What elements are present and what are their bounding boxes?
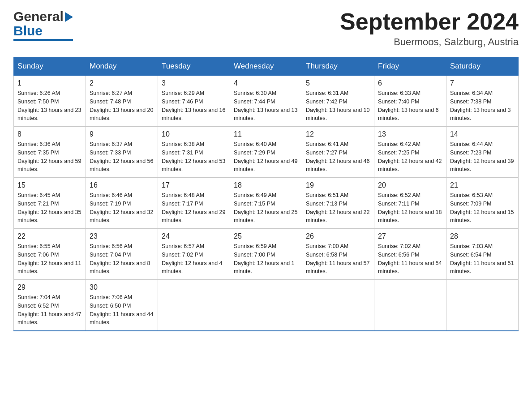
day-number: 1 — [17, 79, 82, 87]
day-info: Sunrise: 6:37 AMSunset: 7:33 PMDaylight:… — [90, 140, 154, 174]
logo-triangle-icon — [65, 12, 73, 22]
day-info: Sunrise: 6:42 AMSunset: 7:25 PMDaylight:… — [378, 140, 442, 174]
week-row-2: 15 Sunrise: 6:45 AMSunset: 7:21 PMDaylig… — [14, 178, 519, 229]
calendar-table: SundayMondayTuesdayWednesdayThursdayFrid… — [13, 57, 519, 331]
day-number: 29 — [17, 283, 82, 291]
day-number: 21 — [450, 181, 515, 189]
calendar-cell: 21 Sunrise: 6:53 AMSunset: 7:09 PMDaylig… — [446, 178, 519, 229]
calendar-cell: 7 Sunrise: 6:34 AMSunset: 7:38 PMDayligh… — [446, 76, 519, 127]
day-info: Sunrise: 6:45 AMSunset: 7:21 PMDaylight:… — [17, 191, 82, 225]
calendar-cell: 20 Sunrise: 6:52 AMSunset: 7:11 PMDaylig… — [374, 178, 446, 229]
day-number: 12 — [306, 130, 370, 138]
day-number: 9 — [90, 130, 154, 138]
day-info: Sunrise: 6:34 AMSunset: 7:38 PMDaylight:… — [450, 89, 515, 123]
day-info: Sunrise: 7:02 AMSunset: 6:56 PMDaylight:… — [378, 242, 442, 276]
calendar-cell: 15 Sunrise: 6:45 AMSunset: 7:21 PMDaylig… — [14, 178, 86, 229]
calendar-cell: 1 Sunrise: 6:26 AMSunset: 7:50 PMDayligh… — [14, 76, 86, 127]
header-wednesday: Wednesday — [230, 57, 302, 76]
day-info: Sunrise: 6:51 AMSunset: 7:13 PMDaylight:… — [306, 191, 370, 225]
day-number: 10 — [162, 130, 226, 138]
calendar-cell: 5 Sunrise: 6:31 AMSunset: 7:42 PMDayligh… — [302, 76, 374, 127]
day-number: 22 — [17, 232, 82, 240]
day-info: Sunrise: 6:55 AMSunset: 7:06 PMDaylight:… — [17, 242, 82, 276]
day-number: 7 — [450, 79, 515, 87]
day-info: Sunrise: 6:41 AMSunset: 7:27 PMDaylight:… — [306, 140, 370, 174]
day-info: Sunrise: 6:49 AMSunset: 7:15 PMDaylight:… — [234, 191, 298, 225]
day-number: 16 — [90, 181, 154, 189]
day-info: Sunrise: 7:03 AMSunset: 6:54 PMDaylight:… — [450, 242, 515, 276]
day-info: Sunrise: 6:56 AMSunset: 7:04 PMDaylight:… — [90, 242, 154, 276]
day-number: 15 — [17, 181, 82, 189]
header-saturday: Saturday — [446, 57, 519, 76]
day-info: Sunrise: 6:26 AMSunset: 7:50 PMDaylight:… — [17, 89, 82, 123]
day-info: Sunrise: 6:44 AMSunset: 7:23 PMDaylight:… — [450, 140, 515, 174]
day-number: 27 — [378, 232, 442, 240]
calendar-cell: 6 Sunrise: 6:33 AMSunset: 7:40 PMDayligh… — [374, 76, 446, 127]
calendar-cell: 2 Sunrise: 6:27 AMSunset: 7:48 PMDayligh… — [86, 76, 158, 127]
logo-general: General — [13, 9, 64, 24]
page-header: General Blue September 2024 Buermoos, Sa… — [13, 9, 519, 48]
week-row-0: 1 Sunrise: 6:26 AMSunset: 7:50 PMDayligh… — [14, 76, 519, 127]
calendar-cell: 4 Sunrise: 6:30 AMSunset: 7:44 PMDayligh… — [230, 76, 302, 127]
day-number: 8 — [17, 130, 82, 138]
header-friday: Friday — [374, 57, 446, 76]
calendar-cell: 19 Sunrise: 6:51 AMSunset: 7:13 PMDaylig… — [302, 178, 374, 229]
week-row-4: 29 Sunrise: 7:04 AMSunset: 6:52 PMDaylig… — [14, 280, 519, 331]
calendar-cell: 16 Sunrise: 6:46 AMSunset: 7:19 PMDaylig… — [86, 178, 158, 229]
calendar-cell: 23 Sunrise: 6:56 AMSunset: 7:04 PMDaylig… — [86, 229, 158, 280]
calendar-cell: 27 Sunrise: 7:02 AMSunset: 6:56 PMDaylig… — [374, 229, 446, 280]
day-info: Sunrise: 6:38 AMSunset: 7:31 PMDaylight:… — [162, 140, 226, 174]
day-number: 4 — [234, 79, 298, 87]
calendar-cell: 12 Sunrise: 6:41 AMSunset: 7:27 PMDaylig… — [302, 127, 374, 178]
calendar-cell — [230, 280, 302, 331]
week-row-1: 8 Sunrise: 6:36 AMSunset: 7:35 PMDayligh… — [14, 127, 519, 178]
day-number: 11 — [234, 130, 298, 138]
calendar-cell: 26 Sunrise: 7:00 AMSunset: 6:58 PMDaylig… — [302, 229, 374, 280]
calendar-cell — [158, 280, 230, 331]
day-info: Sunrise: 6:36 AMSunset: 7:35 PMDaylight:… — [17, 140, 82, 174]
calendar-cell: 29 Sunrise: 7:04 AMSunset: 6:52 PMDaylig… — [14, 280, 86, 331]
calendar-header-row: SundayMondayTuesdayWednesdayThursdayFrid… — [14, 57, 519, 76]
calendar-cell: 17 Sunrise: 6:48 AMSunset: 7:17 PMDaylig… — [158, 178, 230, 229]
header-sunday: Sunday — [14, 57, 86, 76]
day-number: 18 — [234, 181, 298, 189]
logo-underline — [13, 39, 73, 41]
header-thursday: Thursday — [302, 57, 374, 76]
day-number: 5 — [306, 79, 370, 87]
day-number: 25 — [234, 232, 298, 240]
calendar-cell: 30 Sunrise: 7:06 AMSunset: 6:50 PMDaylig… — [86, 280, 158, 331]
calendar-cell: 9 Sunrise: 6:37 AMSunset: 7:33 PMDayligh… — [86, 127, 158, 178]
day-number: 17 — [162, 181, 226, 189]
day-info: Sunrise: 6:31 AMSunset: 7:42 PMDaylight:… — [306, 89, 370, 123]
calendar-subtitle: Buermoos, Salzburg, Austria — [340, 36, 519, 48]
day-info: Sunrise: 6:27 AMSunset: 7:48 PMDaylight:… — [90, 89, 154, 123]
calendar-cell: 18 Sunrise: 6:49 AMSunset: 7:15 PMDaylig… — [230, 178, 302, 229]
day-info: Sunrise: 6:53 AMSunset: 7:09 PMDaylight:… — [450, 191, 515, 225]
calendar-cell: 3 Sunrise: 6:29 AMSunset: 7:46 PMDayligh… — [158, 76, 230, 127]
day-number: 30 — [90, 283, 154, 291]
day-info: Sunrise: 6:59 AMSunset: 7:00 PMDaylight:… — [234, 242, 298, 276]
day-info: Sunrise: 6:52 AMSunset: 7:11 PMDaylight:… — [378, 191, 442, 225]
day-number: 6 — [378, 79, 442, 87]
day-info: Sunrise: 6:33 AMSunset: 7:40 PMDaylight:… — [378, 89, 442, 123]
calendar-cell — [302, 280, 374, 331]
day-info: Sunrise: 6:40 AMSunset: 7:29 PMDaylight:… — [234, 140, 298, 174]
logo: General Blue — [13, 9, 73, 41]
calendar-cell: 11 Sunrise: 6:40 AMSunset: 7:29 PMDaylig… — [230, 127, 302, 178]
title-section: September 2024 Buermoos, Salzburg, Austr… — [340, 9, 519, 48]
day-number: 14 — [450, 130, 515, 138]
calendar-cell: 10 Sunrise: 6:38 AMSunset: 7:31 PMDaylig… — [158, 127, 230, 178]
day-info: Sunrise: 6:29 AMSunset: 7:46 PMDaylight:… — [162, 89, 226, 123]
day-number: 3 — [162, 79, 226, 87]
day-info: Sunrise: 7:04 AMSunset: 6:52 PMDaylight:… — [17, 293, 82, 327]
calendar-cell: 24 Sunrise: 6:57 AMSunset: 7:02 PMDaylig… — [158, 229, 230, 280]
day-info: Sunrise: 7:06 AMSunset: 6:50 PMDaylight:… — [90, 293, 154, 327]
calendar-cell: 28 Sunrise: 7:03 AMSunset: 6:54 PMDaylig… — [446, 229, 519, 280]
header-tuesday: Tuesday — [158, 57, 230, 76]
week-row-3: 22 Sunrise: 6:55 AMSunset: 7:06 PMDaylig… — [14, 229, 519, 280]
day-number: 2 — [90, 79, 154, 87]
day-info: Sunrise: 6:48 AMSunset: 7:17 PMDaylight:… — [162, 191, 226, 225]
day-number: 24 — [162, 232, 226, 240]
calendar-cell: 8 Sunrise: 6:36 AMSunset: 7:35 PMDayligh… — [14, 127, 86, 178]
day-number: 26 — [306, 232, 370, 240]
